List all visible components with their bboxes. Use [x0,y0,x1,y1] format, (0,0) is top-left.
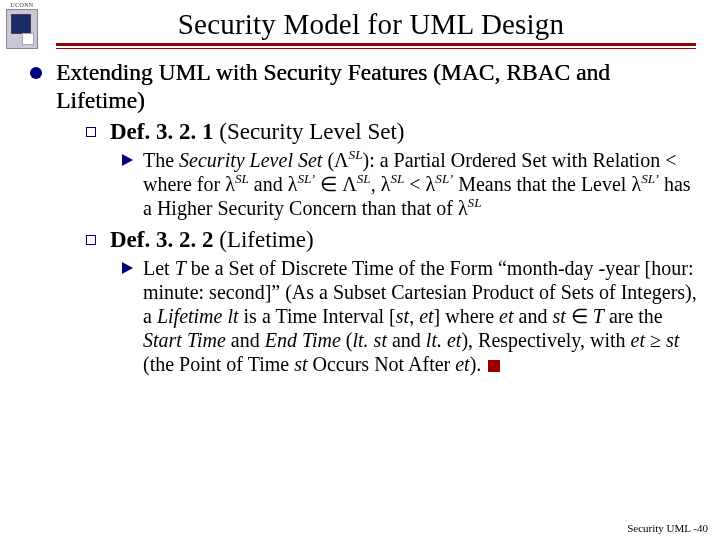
def2-heading: Def. 3. 2. 2 (Lifetime) [110,226,314,254]
end-square-icon [488,360,500,372]
slide-footer: Security UML -40 [627,522,708,534]
slide-title: Security Model for UML Design [12,8,700,41]
def2-name: (Lifetime) [219,227,314,252]
content: Extending UML with Security Features (MA… [12,59,700,376]
slide: UCONN Security Model for UML Design Exte… [0,0,720,540]
triangle-bullet-icon [122,262,133,274]
logo-text: UCONN [2,2,42,8]
logo-box [6,9,38,49]
def1-heading: Def. 3. 2. 1 (Security Level Set) [110,118,404,146]
def1-name: (Security Level Set) [219,119,404,144]
title-rule [56,43,696,49]
bullet-level3-def1-body: The Security Level Set (ΛSL): a Partial … [122,148,700,220]
bullet-level2-def1: Def. 3. 2. 1 (Security Level Set) [86,118,700,146]
def2-label: Def. 3. 2. 2 [110,227,213,252]
triangle-bullet-icon [122,154,133,166]
level1-text: Extending UML with Security Features (MA… [56,59,700,114]
def1-label: Def. 3. 2. 1 [110,119,213,144]
bullet-level2-def2: Def. 3. 2. 2 (Lifetime) [86,226,700,254]
def1-body: The Security Level Set (ΛSL): a Partial … [143,148,700,220]
disc-bullet-icon [30,67,42,79]
square-bullet-icon [86,127,96,137]
bullet-level1: Extending UML with Security Features (MA… [30,59,700,114]
bullet-level3-def2-body: Let T be a Set of Discrete Time of the F… [122,256,700,376]
uconn-logo: UCONN [2,2,42,54]
def2-body: Let T be a Set of Discrete Time of the F… [143,256,700,376]
square-bullet-icon [86,235,96,245]
